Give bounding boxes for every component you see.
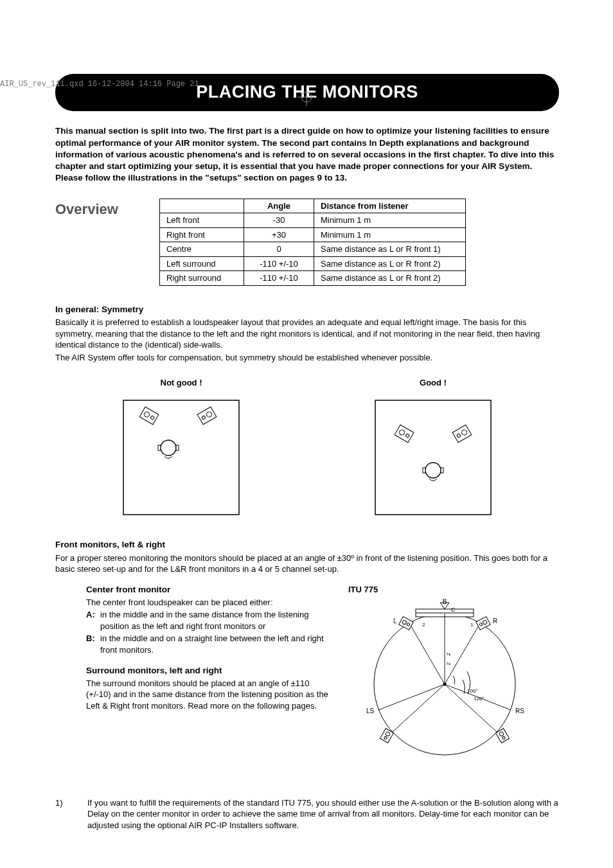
svg-text:R: R	[493, 617, 497, 624]
intro-paragraph: This manual section is split into two. T…	[55, 125, 559, 184]
angle-table: Angle Distance from listener Left front-…	[159, 199, 466, 286]
svg-text:1: 1	[470, 622, 474, 628]
print-meta: AIR_US_rev_111.qxd 16-12-2004 14:16 Page…	[0, 79, 199, 89]
svg-text:2: 2	[422, 622, 425, 628]
svg-point-20	[425, 463, 441, 478]
svg-text:r₁: r₁	[447, 651, 450, 657]
svg-text:RS: RS	[515, 707, 524, 714]
svg-point-45	[443, 683, 447, 686]
list-item: A: in the middle and in the same distanc…	[86, 609, 330, 632]
diagram-bad-caption: Not good !	[117, 377, 245, 389]
table-row: Centre0Same distance as L or R front 1)	[160, 242, 466, 257]
svg-rect-21	[423, 468, 425, 473]
symmetry-p1: Basically it is preferred to establish a…	[55, 317, 559, 351]
diagram-bad: Not good !	[117, 377, 245, 521]
table-head: Angle Distance from listener	[160, 199, 466, 213]
svg-line-31	[392, 684, 445, 732]
svg-rect-12	[176, 445, 179, 450]
diagram-good-caption: Good !	[369, 377, 497, 389]
diagram-good: Good !	[369, 377, 497, 521]
table-row: Left surround-110 +/-10Same distance as …	[160, 256, 466, 271]
itu-label: ITU 775	[348, 584, 559, 596]
table-row: Right surround-110 +/-10Same distance as…	[160, 271, 466, 286]
svg-line-29	[378, 684, 445, 710]
overview-heading: Overview	[55, 199, 159, 219]
list-item: B: in the middle and on a straight line …	[86, 633, 330, 655]
svg-text:100°: 100°	[467, 688, 478, 694]
svg-rect-13	[375, 400, 491, 515]
footnote-text: If you want to fulfill the requirements …	[87, 797, 559, 831]
front-heading: Front monitors, left & right	[55, 539, 559, 551]
surround-heading: Surround monitors, left and right	[86, 665, 330, 677]
center-heading: Center front monitor	[86, 584, 330, 596]
svg-point-10	[161, 440, 176, 456]
svg-line-27	[409, 623, 445, 684]
footnote: 1) If you want to fulfill the requiremen…	[55, 797, 559, 831]
svg-rect-11	[158, 445, 161, 450]
symmetry-section: In general: Symmetry Basically it is pre…	[55, 304, 559, 363]
front-p1: For a proper stereo monitoring the monit…	[55, 553, 559, 575]
svg-rect-22	[441, 468, 443, 473]
svg-text:C: C	[451, 607, 456, 613]
registration-mark-top	[298, 88, 315, 109]
svg-text:120°: 120°	[474, 696, 484, 702]
itu-diagram: B C L R LS RS 120° 100° 1 2 r₁ r₂	[348, 598, 541, 771]
svg-text:L: L	[393, 617, 397, 624]
table-row: Right front+30Minimum 1 m	[160, 227, 466, 242]
svg-text:B: B	[443, 598, 447, 605]
front-section: Front monitors, left & right For a prope…	[55, 539, 559, 574]
table-row: Left front-30Minimum 1 m	[160, 213, 466, 228]
center-options: A: in the middle and in the same distanc…	[86, 609, 330, 655]
symmetry-p2: The AIR System offer tools for compensat…	[55, 352, 559, 364]
svg-text:LS: LS	[366, 707, 375, 714]
center-p1: The center front loudspeaker can be plac…	[86, 597, 330, 608]
svg-text:r₂: r₂	[447, 660, 450, 666]
surround-p1: The surround monitors should be placed a…	[86, 678, 330, 712]
footnote-number: 1)	[55, 797, 87, 831]
symmetry-heading: In general: Symmetry	[55, 304, 559, 315]
